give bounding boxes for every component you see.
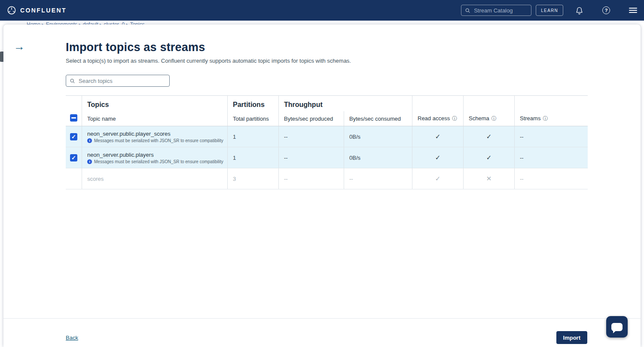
brand-name: CONFLUENT: [20, 7, 67, 14]
schema-cross-icon: ✕: [463, 168, 514, 189]
table-row: scores 3 -- -- ✓ ✕ --: [66, 168, 588, 189]
bytes-produced-value: --: [278, 126, 344, 147]
partitions-value: 1: [227, 126, 278, 147]
partitions-value: 1: [227, 147, 278, 168]
read-access-check-icon: ✓: [412, 168, 463, 189]
row-checkbox[interactable]: [70, 154, 77, 161]
column-read-access: Read access ⓘ: [412, 96, 463, 126]
bytes-produced-value: --: [278, 168, 344, 189]
column-schema: Schema ⓘ: [463, 96, 514, 126]
page-subtitle: Select a topic(s) to import as streams. …: [66, 58, 588, 64]
column-streams: Streams ⓘ: [514, 96, 588, 126]
topic-note: i Messages must be serialized with JSON_…: [87, 138, 223, 143]
bytes-consumed-value: --: [344, 168, 412, 189]
column-total-partitions: Total partitions: [227, 111, 278, 126]
read-access-check-icon: ✓: [412, 126, 463, 147]
select-all-checkbox[interactable]: [70, 114, 77, 122]
topic-name: scores: [87, 176, 104, 182]
topic-note: i Messages must be serialized with JSON_…: [87, 159, 223, 164]
streams-value: --: [514, 168, 588, 189]
collapsed-side-tab: [0, 52, 3, 62]
column-group-topics: Topics: [82, 96, 227, 111]
help-icon[interactable]: ?: [602, 6, 610, 14]
schema-check-icon: ✓: [463, 126, 514, 147]
hamburger-menu-icon[interactable]: [629, 8, 637, 13]
chat-widget-button[interactable]: [606, 316, 628, 338]
top-navigation-bar: CONFLUENT LEARN ?: [0, 0, 644, 21]
row-checkbox[interactable]: [70, 133, 77, 140]
confluent-logo[interactable]: CONFLUENT: [7, 6, 67, 15]
info-icon: i: [87, 159, 92, 164]
partitions-value: 3: [227, 168, 278, 189]
confluent-logo-icon: [7, 6, 16, 15]
import-topics-panel: → Import topics as streams Select a topi…: [3, 24, 641, 347]
streams-info-icon[interactable]: ⓘ: [543, 116, 548, 122]
stream-catalog-search-input[interactable]: [473, 7, 528, 14]
column-topic-name: Topic name: [82, 111, 227, 126]
panel-footer: Back Import: [3, 318, 641, 347]
table-header: Topics Topic name Partitions Total parti…: [66, 96, 588, 126]
bytes-consumed-value: 0B/s: [344, 147, 412, 168]
column-bytes-produced: Bytes/sec produced: [278, 111, 344, 126]
read-access-check-icon: ✓: [412, 147, 463, 168]
table-row[interactable]: neon_server.public.player_scores i Messa…: [66, 126, 588, 147]
schema-info-icon[interactable]: ⓘ: [491, 116, 497, 122]
collapse-panel-arrow-icon[interactable]: →: [14, 41, 25, 52]
streams-value: --: [514, 126, 588, 147]
topic-name: neon_server.public.players: [87, 152, 154, 158]
search-icon: [465, 8, 470, 13]
bytes-produced-value: --: [278, 147, 344, 168]
info-icon: i: [87, 138, 92, 143]
streams-value: --: [514, 147, 588, 168]
schema-check-icon: ✓: [463, 147, 514, 168]
topic-search-input[interactable]: [78, 77, 166, 85]
topic-search-field[interactable]: [66, 75, 170, 87]
import-button[interactable]: Import: [556, 331, 587, 344]
page-title: Import topics as streams: [66, 41, 588, 54]
read-access-info-icon[interactable]: ⓘ: [452, 116, 457, 122]
column-group-throughput: Throughput: [278, 96, 412, 111]
topic-name: neon_server.public.player_scores: [87, 131, 171, 137]
back-link[interactable]: Back: [66, 335, 78, 341]
stream-catalog-search[interactable]: [461, 5, 531, 16]
notifications-bell-icon[interactable]: [575, 6, 583, 15]
learn-button[interactable]: LEARN: [536, 5, 563, 16]
topics-table: Topics Topic name Partitions Total parti…: [66, 95, 588, 189]
table-row[interactable]: neon_server.public.players i Messages mu…: [66, 147, 588, 168]
column-group-partitions: Partitions: [227, 96, 278, 111]
bytes-consumed-value: 0B/s: [344, 126, 412, 147]
column-bytes-consumed: Bytes/sec consumed: [344, 111, 412, 126]
search-icon: [70, 78, 75, 84]
chat-bubble-icon: [611, 323, 623, 331]
